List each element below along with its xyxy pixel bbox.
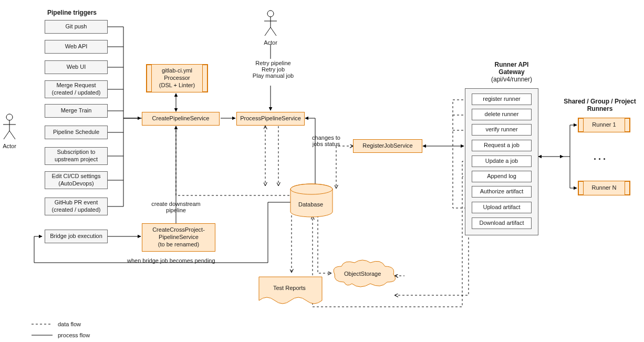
register-job-service: RegisterJobService bbox=[353, 139, 422, 153]
legend-data-flow: data flow bbox=[58, 321, 81, 327]
create-downstream-label: create downstream pipeline bbox=[144, 201, 207, 213]
changes-label: changes to jobs status bbox=[308, 134, 345, 147]
svg-point-5 bbox=[267, 11, 274, 17]
cross-project-service: CreateCrossProject- PipelineService (to … bbox=[142, 223, 215, 252]
actor-left-label: Actor bbox=[0, 143, 19, 149]
process-pipeline-service: ProcessPipelineService bbox=[236, 112, 305, 126]
runner-1: Runner 1 bbox=[578, 118, 630, 132]
trigger-web-ui: Web UI bbox=[45, 60, 108, 74]
cross-l2: PipelineService bbox=[159, 234, 199, 241]
gateway-heading: Runner API Gateway (api/v4/runner) bbox=[480, 61, 543, 83]
svg-line-4 bbox=[9, 131, 15, 139]
api-upload-artifact: Upload artifact bbox=[472, 202, 532, 213]
legend-process-flow: process flow bbox=[58, 332, 90, 338]
yml-processor: gitlab-ci.yml Processor (DSL + Linter) bbox=[146, 64, 208, 92]
object-storage-icon bbox=[328, 258, 402, 295]
bridge-pending-label: when bridge job becomes pending bbox=[127, 257, 215, 264]
svg-line-9 bbox=[271, 27, 276, 36]
api-request-job: Request a job bbox=[472, 140, 532, 151]
api-register-runner: register runner bbox=[472, 94, 532, 105]
trigger-subscription: Subscription to upstream project bbox=[45, 147, 108, 165]
svg-point-0 bbox=[6, 114, 13, 120]
cross-l3: (to be renamed) bbox=[158, 241, 199, 248]
object-storage-label: ObjectStorage bbox=[344, 271, 381, 277]
trigger-web-api: Web API bbox=[45, 40, 108, 54]
runner-n: Runner N bbox=[578, 181, 630, 195]
api-download-artifact: Download artifact bbox=[472, 217, 532, 229]
triggers-heading: Pipeline triggers bbox=[47, 9, 97, 16]
trigger-edit-cicd: Edit CI/CD settings (AutoDevops) bbox=[45, 171, 108, 189]
api-append-log: Append log bbox=[472, 171, 532, 182]
api-verify-runner: verify runner bbox=[472, 124, 532, 136]
retry-label: Retry pipeline Retry job Play manual job bbox=[247, 60, 299, 79]
trigger-merge-request: Merge Request (created / updated) bbox=[45, 80, 108, 98]
trigger-pipeline-schedule: Pipeline Schedule bbox=[45, 126, 108, 139]
runner-dots: ... bbox=[594, 151, 608, 162]
actor-left-icon bbox=[2, 113, 17, 142]
svg-line-8 bbox=[265, 27, 271, 36]
processor-l2: Processor bbox=[164, 75, 190, 82]
create-pipeline-service: CreatePipelineService bbox=[142, 112, 220, 126]
trigger-git-push: Git push bbox=[45, 20, 108, 34]
trigger-github-pr: GitHub PR event (created / updated) bbox=[45, 198, 108, 215]
test-reports-icon bbox=[256, 274, 325, 311]
actor-top-icon bbox=[263, 9, 278, 38]
test-reports-label: Test Reports bbox=[273, 285, 306, 291]
svg-line-3 bbox=[4, 131, 9, 139]
cross-l1: CreateCrossProject- bbox=[152, 226, 205, 234]
api-update-job: Update a job bbox=[472, 156, 532, 167]
runners-heading: Shared / Group / Project Runners bbox=[558, 98, 642, 112]
processor-l1: gitlab-ci.yml bbox=[162, 67, 192, 75]
actor-top-label: Actor bbox=[261, 39, 280, 46]
api-authorize-artifact: Authorize artifact bbox=[472, 186, 532, 198]
bridge-job-box: Bridge job execution bbox=[45, 230, 108, 243]
database-label: Database bbox=[298, 201, 323, 208]
processor-l3: (DSL + Linter) bbox=[159, 82, 195, 89]
trigger-merge-train: Merge Train bbox=[45, 104, 108, 118]
api-delete-runner: delete runner bbox=[472, 109, 532, 120]
